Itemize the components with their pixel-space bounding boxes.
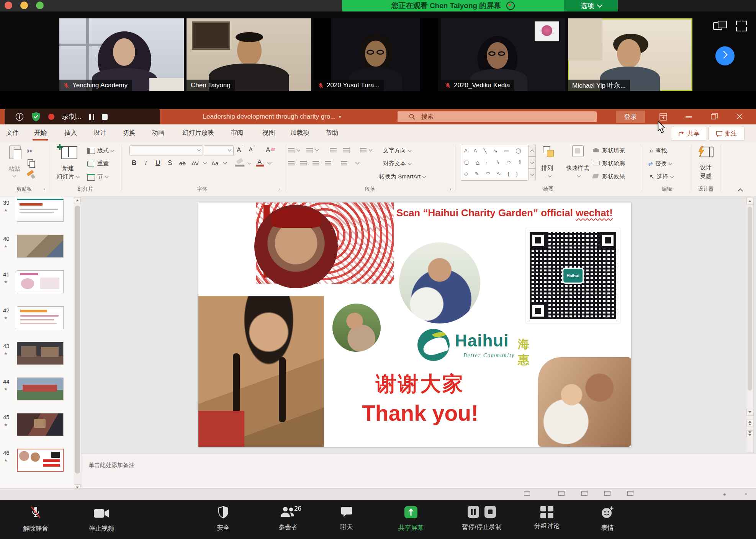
stop-recording-button[interactable] (102, 114, 108, 120)
video-tile[interactable]: 2020_Vedika Kedia (441, 18, 565, 91)
tab-design[interactable]: 设计 (93, 124, 106, 141)
tab-slideshow[interactable]: 幻灯片放映 (182, 124, 214, 141)
bullets-dropdown[interactable] (297, 148, 301, 152)
pause-record-icon[interactable] (468, 506, 479, 518)
pause-recording-button[interactable] (89, 114, 94, 120)
font-name-combo[interactable] (129, 145, 203, 155)
quick-styles-dropdown[interactable] (577, 174, 581, 178)
paragraph-dialog-launcher[interactable]: ⌟ (449, 185, 451, 191)
tab-transitions[interactable]: 切换 (123, 124, 135, 141)
char-spacing-dropdown[interactable] (203, 161, 207, 165)
layout-button[interactable]: 版式 (97, 147, 114, 154)
slide-thumbnail-selected[interactable] (17, 449, 64, 472)
tab-insert[interactable]: 插入 (64, 124, 77, 141)
quick-styles-label[interactable]: 快速样式 (566, 165, 589, 172)
notes-pane[interactable]: 单击此处添加备注 (82, 454, 756, 488)
slide-thumbnail[interactable] (17, 377, 64, 400)
slide-thumbnail[interactable] (17, 413, 64, 436)
slide-canvas[interactable]: Scan “Haihui Charity Garden” official we… (198, 203, 631, 447)
reset-button[interactable]: 重置 (97, 160, 109, 167)
section-button[interactable]: 节 (97, 173, 108, 180)
change-case-dropdown[interactable] (223, 161, 227, 165)
change-case-button[interactable]: Aa (211, 160, 218, 167)
fullscreen-icon[interactable] (736, 21, 747, 31)
smartart-button[interactable]: 转换为 SmartArt (379, 173, 425, 180)
signin-button[interactable]: 登录 (616, 111, 645, 123)
clipboard-dialog-launcher[interactable]: ⌟ (43, 185, 45, 191)
char-spacing-button[interactable]: AV (191, 160, 199, 167)
align-text-button[interactable]: 对齐文本 (383, 160, 411, 167)
traffic-close-button[interactable] (5, 2, 12, 9)
participants-button[interactable]: 26 参会者 (263, 506, 313, 531)
replace-button[interactable]: ⇄替换 (648, 160, 672, 167)
video-tile[interactable]: 2020 Yusuf Tura... (314, 18, 438, 91)
thumb-scroll-thumb[interactable] (75, 206, 80, 474)
breakout-rooms-button[interactable]: 分组讨论 (522, 506, 572, 530)
slide-scrollbar[interactable] (746, 197, 754, 453)
unmute-button[interactable]: 解除静音 (7, 506, 64, 533)
decrease-indent-icon[interactable] (330, 148, 337, 153)
justify-icon[interactable] (325, 161, 331, 166)
bullets-icon[interactable] (288, 148, 295, 153)
ribbon-display-options-icon[interactable] (659, 113, 667, 121)
view-sorter-icon[interactable] (581, 491, 587, 496)
subscript-ab[interactable]: ab (179, 160, 186, 167)
font-size-combo[interactable] (204, 145, 234, 155)
align-left-icon[interactable] (288, 161, 295, 166)
tab-animations[interactable]: 动画 (152, 124, 164, 141)
reactions-button[interactable]: 表情 (584, 506, 630, 532)
slide-scroll-up[interactable] (746, 198, 753, 205)
find-button[interactable]: ⌕查找 (650, 147, 667, 155)
arrange-label[interactable]: 排列 (542, 165, 553, 172)
collapse-ribbon-icon[interactable] (738, 188, 743, 194)
highlight-dropdown[interactable] (248, 161, 252, 165)
paste-dropdown[interactable] (13, 174, 16, 178)
new-slide-label-1[interactable]: 新建 (62, 165, 74, 172)
view-normal-icon[interactable] (558, 491, 565, 496)
status-notes-icon[interactable] (524, 491, 530, 496)
view-slideshow-icon[interactable] (627, 491, 633, 496)
search-input[interactable]: 搜索 (398, 111, 597, 122)
slide-thumbnail[interactable] (17, 306, 64, 329)
grow-font-button[interactable]: A (237, 146, 241, 154)
previous-slide-button[interactable] (746, 420, 753, 426)
close-button[interactable] (736, 113, 743, 120)
stop-record-icon[interactable] (484, 506, 496, 518)
pause-stop-recording-button[interactable]: 暂停/停止录制 (449, 506, 514, 531)
tab-addins[interactable]: 加载项 (290, 124, 309, 141)
shapes-more[interactable] (528, 168, 536, 180)
align-center-icon[interactable] (300, 161, 307, 166)
bold-button[interactable]: B (132, 159, 136, 167)
video-tile-active-speaker[interactable]: Michael Yip 叶永... (568, 18, 692, 91)
strikethrough-button[interactable]: S (168, 159, 172, 167)
traffic-zoom-button[interactable] (36, 2, 44, 9)
minimize-button[interactable] (686, 116, 692, 118)
slide-scroll-thumb[interactable] (748, 207, 752, 390)
shapes-gallery[interactable]: A A ╲ ↘ ▭ ◯ ▢ △ ⌐ ↳ ⇨ ⇩ ◇ ✎ ◠ ∿ { } (461, 145, 528, 181)
columns-dropdown[interactable] (356, 161, 360, 165)
font-dialog-launcher[interactable]: ⌟ (278, 185, 280, 191)
columns-icon[interactable] (341, 161, 347, 166)
next-participants-button[interactable] (715, 46, 735, 65)
tab-review[interactable]: 审阅 (231, 124, 243, 141)
slide-thumbnail[interactable] (17, 199, 64, 222)
slide-scroll-down[interactable] (746, 409, 753, 416)
underline-button[interactable]: U (155, 159, 160, 167)
tab-view[interactable]: 视图 (262, 124, 275, 141)
video-tile[interactable]: Chen Taiyong (187, 18, 311, 91)
video-tile[interactable]: Yenching Academy (59, 18, 184, 91)
select-button[interactable]: ↖选择 (650, 173, 673, 180)
shapes-scroll-up[interactable] (528, 145, 536, 157)
fit-slide-icon[interactable]: ˄ (745, 491, 749, 496)
gallery-view-icon[interactable] (713, 21, 727, 31)
arrange-dropdown[interactable] (548, 174, 552, 178)
comments-button[interactable]: 批注 (709, 127, 745, 140)
tab-home[interactable]: 开始 (34, 124, 47, 141)
thumb-scroll-up[interactable] (74, 197, 81, 204)
restore-button[interactable] (711, 113, 718, 120)
share-button[interactable]: 共享 (671, 127, 707, 140)
share-options-menu[interactable]: 选项 (564, 0, 618, 11)
line-spacing-dropdown[interactable] (369, 148, 373, 152)
stop-video-button[interactable]: 停止视频 (73, 506, 130, 533)
shape-fill-button[interactable]: 形状填充 (602, 147, 625, 154)
